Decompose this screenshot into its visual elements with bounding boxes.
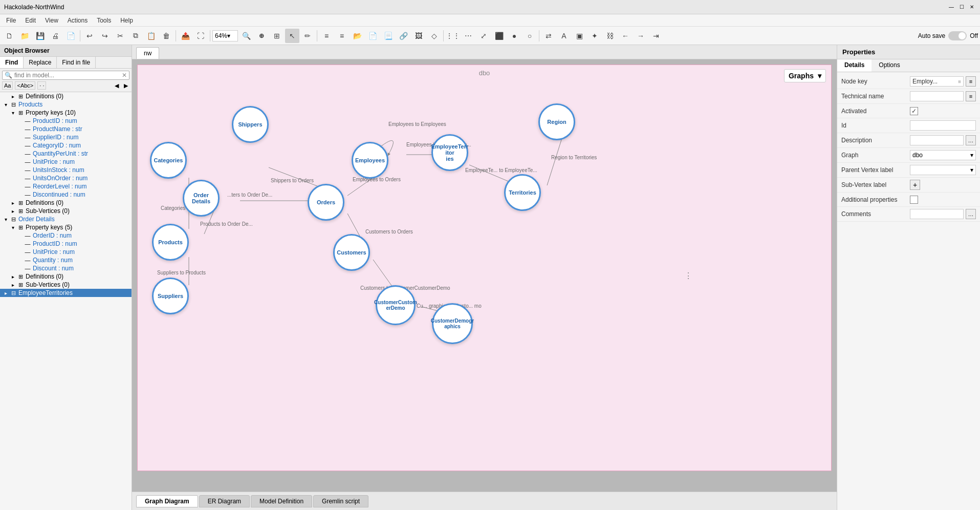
tree-item-definitions-od[interactable]: ▸⊞Definitions (0) — [0, 272, 132, 281]
menu-edit[interactable]: Edit — [21, 16, 40, 25]
zoom-fit-button[interactable]: ⊞ — [270, 29, 284, 43]
prop-value-id[interactable] — [910, 120, 976, 131]
next-result-button[interactable]: ▶ — [122, 82, 129, 90]
prev-result-button[interactable]: ◀ — [113, 82, 120, 90]
menu-tools[interactable]: Tools — [93, 16, 115, 25]
zoom-in-button[interactable]: ⊕ — [254, 29, 269, 43]
prop-btn-technical-name[interactable]: ≡ — [966, 91, 976, 101]
tree-item-productid[interactable]: —ProductID : num — [0, 117, 132, 125]
cut-button[interactable]: ✂ — [113, 29, 127, 43]
replace-tab[interactable]: Replace — [24, 57, 57, 68]
save-button[interactable]: 💾 — [33, 29, 47, 43]
node-shippers[interactable]: Shippers — [232, 106, 269, 143]
tree-item-products[interactable]: ▾⊟Products — [0, 100, 132, 109]
props-tab-details[interactable]: Details — [837, 59, 872, 72]
export-button[interactable]: 📤 — [178, 29, 192, 43]
graphs-dropdown[interactable]: Graphs ▾ — [784, 69, 826, 82]
star-button[interactable]: ✦ — [587, 29, 602, 43]
menu-actions[interactable]: Actions — [63, 16, 92, 25]
circle2-button[interactable]: ○ — [522, 29, 537, 43]
diagram-tab-nw[interactable]: nw — [136, 47, 159, 59]
tree-item-property-keys-products[interactable]: ▾⊞Property keys (10) — [0, 109, 132, 117]
expand-button[interactable]: ⤢ — [476, 29, 491, 43]
chain-button[interactable]: ⛓ — [603, 29, 617, 43]
tree-item-discount[interactable]: —Discount : num — [0, 264, 132, 272]
node-order-details[interactable]: Order Details — [183, 180, 220, 217]
new-button[interactable]: 🗋 — [2, 29, 16, 43]
prop-value-comments[interactable] — [910, 209, 964, 219]
arrow-left-button[interactable]: ← — [618, 29, 633, 43]
arrow-right-button[interactable]: → — [634, 29, 648, 43]
tab-gremlin-script[interactable]: Gremlin script — [313, 495, 368, 507]
menu-help[interactable]: Help — [116, 16, 137, 25]
redo-button[interactable]: ↪ — [98, 29, 112, 43]
delete-button[interactable]: 🗑 — [159, 29, 173, 43]
menu-view[interactable]: View — [41, 16, 62, 25]
fullscreen-button[interactable]: ⛶ — [193, 29, 208, 43]
prop-dropdown-parent-vertex[interactable]: ▾ — [910, 165, 976, 175]
tree-item-reorderlevel[interactable]: —ReorderLevel : num — [0, 182, 132, 190]
align-left-button[interactable]: ≡ — [319, 29, 334, 43]
folder-button[interactable]: 📂 — [350, 29, 364, 43]
tree-item-unitprice[interactable]: —UnitPrice : num — [0, 158, 132, 166]
compare-button[interactable]: ⇄ — [541, 29, 556, 43]
prop-btn-description[interactable]: … — [966, 135, 976, 145]
shape-button[interactable]: ◇ — [427, 29, 441, 43]
tree-item-definitions-products[interactable]: ▸⊞Definitions (0) — [0, 199, 132, 207]
tab-model-definition[interactable]: Model Definition — [251, 495, 312, 507]
prop-btn-node-key[interactable]: ≡ — [966, 76, 976, 87]
prop-value-technical-name[interactable] — [910, 91, 964, 101]
format-button[interactable]: ▣ — [572, 29, 586, 43]
minimize-button[interactable]: — — [947, 3, 955, 11]
indent-button[interactable]: ⇥ — [649, 29, 663, 43]
paste-button[interactable]: 📋 — [144, 29, 158, 43]
node-customer-customer-demo[interactable]: CustomerCustomerDemo — [376, 285, 416, 325]
clear-search-button[interactable]: ✕ — [122, 72, 127, 79]
tree-item-orderid[interactable]: —OrderID : num — [0, 231, 132, 240]
tree-item-employee-territories[interactable]: ▸⊟EmployeeTerritories — [0, 289, 132, 297]
doc2-button[interactable]: 📃 — [381, 29, 395, 43]
tree-item-order-details[interactable]: ▾⊟Order Details — [0, 215, 132, 223]
whole-word-button[interactable]: <Abc> — [15, 81, 35, 90]
copy-button[interactable]: ⧉ — [128, 29, 143, 43]
maximize-button[interactable]: ☐ — [957, 3, 966, 11]
node-customers[interactable]: Customers — [333, 234, 370, 271]
prop-checkbox-additional-props[interactable] — [910, 196, 918, 204]
close-button[interactable]: ✕ — [968, 3, 976, 11]
grid2-button[interactable]: ⋯ — [461, 29, 475, 43]
tree-item-categoryid[interactable]: —CategoryID : num — [0, 141, 132, 150]
panel-resize-handle[interactable]: ⋮ — [684, 271, 692, 281]
image-button[interactable]: 🖼 — [411, 29, 426, 43]
print-button[interactable]: 🖨 — [48, 29, 62, 43]
tree-item-subvertices-od[interactable]: ▸⊞Sub-Vertices (0) — [0, 281, 132, 289]
doc-button[interactable]: 📄 — [365, 29, 380, 43]
zoom-level[interactable]: 64%▾ — [212, 30, 238, 41]
prop-value-description[interactable] — [910, 135, 964, 145]
prop-plus-sub-vertex[interactable]: + — [910, 180, 920, 190]
zoom-out-button[interactable]: 🔍 — [239, 29, 253, 43]
saveas-button[interactable]: 📄 — [63, 29, 78, 43]
node-region[interactable]: Region — [538, 103, 575, 140]
node-suppliers[interactable]: Suppliers — [152, 278, 189, 314]
tree-item-productname[interactable]: —ProductName : str — [0, 125, 132, 133]
pen-button[interactable]: ✏ — [300, 29, 315, 43]
circle-button[interactable]: ● — [507, 29, 521, 43]
diagram-area[interactable]: dbo Graphs ▾ — [132, 59, 837, 492]
font-button[interactable]: A — [557, 29, 571, 43]
link-button[interactable]: 🔗 — [396, 29, 410, 43]
regex-button[interactable]: · · — [37, 81, 46, 90]
node-orders[interactable]: Orders — [308, 184, 344, 221]
prop-checkbox-activated[interactable] — [910, 107, 918, 115]
tab-graph-diagram[interactable]: Graph Diagram — [136, 495, 198, 507]
open-button[interactable]: 📁 — [17, 29, 32, 43]
autosave-toggle[interactable] — [948, 31, 967, 40]
tree-item-productid-od[interactable]: —ProductID : num — [0, 240, 132, 248]
search-input[interactable] — [14, 72, 120, 79]
tree-item-subvertices-products[interactable]: ▸⊞Sub-Vertices (0) — [0, 207, 132, 215]
tree-item-property-keys-od[interactable]: ▾⊞Property keys (5) — [0, 223, 132, 231]
props-tab-options[interactable]: Options — [872, 59, 907, 72]
node-categories[interactable]: Categories — [150, 142, 187, 179]
tree-item-discontinued[interactable]: —Discontinued : num — [0, 190, 132, 199]
find-in-file-tab[interactable]: Find in file — [57, 57, 96, 68]
tree-item-quantityperunit[interactable]: —QuantityPerUnit : str — [0, 150, 132, 158]
